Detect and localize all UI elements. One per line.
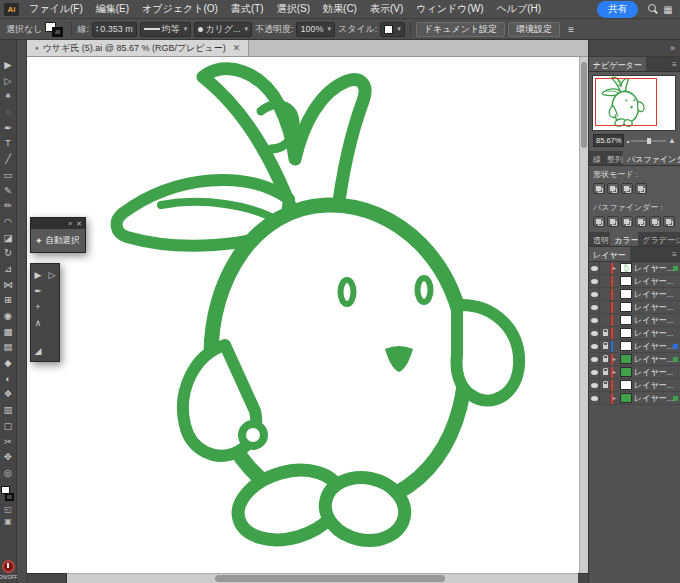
- zoom-slider-thumb[interactable]: [647, 138, 651, 144]
- auto-select-panel-titlebar[interactable]: » ✕: [31, 218, 85, 229]
- app-icon[interactable]: Ai: [4, 3, 19, 16]
- rotate-tool[interactable]: ↻: [0, 245, 16, 261]
- layer-name[interactable]: レイヤー...: [634, 315, 673, 326]
- menu-edit[interactable]: 編集(E): [90, 2, 135, 16]
- add-anchor-point-tool[interactable]: +: [31, 299, 45, 315]
- lock-toggle[interactable]: [600, 301, 611, 314]
- expand-caret-icon[interactable]: ▸: [613, 262, 618, 275]
- tab-pathfinder[interactable]: パスファインダー: [623, 151, 680, 165]
- layer-thumbnail[interactable]: [620, 380, 632, 390]
- hand-tool[interactable]: ✥: [0, 449, 16, 465]
- menu-help[interactable]: ヘルプ(H): [491, 2, 548, 16]
- eyedropper-tool[interactable]: ◆: [0, 355, 16, 371]
- layer-row[interactable]: レイヤー...: [589, 314, 680, 327]
- document-setup-button[interactable]: ドキュメント設定: [416, 22, 505, 37]
- layer-row[interactable]: レイヤー...: [589, 288, 680, 301]
- fill-stroke-swatches[interactable]: [45, 21, 66, 38]
- stroke-weight-value[interactable]: 0.353 m: [100, 24, 133, 34]
- opacity-field[interactable]: 100% ▾: [296, 22, 335, 37]
- preferences-button[interactable]: 環境設定: [508, 22, 560, 37]
- visibility-toggle[interactable]: [589, 314, 600, 327]
- layer-name[interactable]: レイヤー...: [634, 341, 673, 352]
- layer-name[interactable]: レイヤー...: [634, 328, 673, 339]
- trim-button[interactable]: [607, 216, 619, 227]
- layer-thumbnail[interactable]: [620, 341, 632, 351]
- pen-tool[interactable]: ✒: [31, 283, 45, 299]
- vertical-scrollbar-thumb[interactable]: [581, 62, 587, 148]
- type-tool[interactable]: T: [0, 135, 16, 151]
- menu-select[interactable]: 選択(S): [271, 2, 316, 16]
- layer-name[interactable]: レイヤー...: [634, 393, 673, 404]
- lock-toggle[interactable]: [600, 288, 611, 301]
- layer-row[interactable]: レイヤー...: [589, 301, 680, 314]
- tab-stroke[interactable]: 線: [589, 151, 603, 165]
- lock-toggle[interactable]: [600, 392, 611, 405]
- panel-menu-icon[interactable]: ≡: [563, 24, 579, 35]
- shape-builder-tool[interactable]: ◉: [0, 308, 16, 324]
- fill-stroke-indicator[interactable]: [1, 486, 15, 504]
- visibility-toggle[interactable]: [589, 301, 600, 314]
- visibility-toggle[interactable]: [589, 353, 600, 366]
- corner-widget-tool[interactable]: ◢: [31, 343, 45, 359]
- symbol-sprayer-tool[interactable]: ❖: [0, 386, 16, 402]
- merge-button[interactable]: [621, 216, 633, 227]
- tab-layers[interactable]: レイヤー: [589, 247, 630, 261]
- layer-name[interactable]: レイヤー...: [634, 289, 673, 300]
- layer-thumbnail[interactable]: [620, 289, 632, 299]
- close-icon[interactable]: ✕: [233, 43, 241, 53]
- menu-file[interactable]: ファイル(F): [23, 2, 89, 16]
- navigator-zoom-slider[interactable]: [631, 140, 666, 142]
- navigator-zoom-field[interactable]: 85.67%: [593, 134, 624, 147]
- menu-object[interactable]: オブジェクト(O): [136, 2, 224, 16]
- curvature-tool[interactable]: ◠: [0, 214, 16, 230]
- convert-anchor-point-tool[interactable]: ∧: [31, 315, 45, 331]
- stroke-weight-field[interactable]: ▴▾ 0.353 m: [92, 22, 137, 37]
- lock-toggle[interactable]: [600, 366, 611, 379]
- layer-name[interactable]: レイヤー...: [634, 354, 673, 365]
- minus-back-button[interactable]: [663, 216, 675, 227]
- search-icon[interactable]: [645, 2, 659, 16]
- layer-thumbnail[interactable]: [620, 302, 632, 312]
- visibility-toggle[interactable]: [589, 379, 600, 392]
- layer-thumbnail[interactable]: [620, 315, 632, 325]
- zoom-tool[interactable]: ◎: [0, 465, 16, 481]
- direct-selection-tool[interactable]: ▷: [0, 73, 16, 89]
- auto-select-panel[interactable]: » ✕ ✦ 自動選択: [30, 217, 86, 253]
- layer-row[interactable]: ▸ レイヤー...: [589, 366, 680, 379]
- expand-caret-icon[interactable]: ▸: [613, 353, 618, 366]
- stroke-profile-dropdown[interactable]: 均等 ▾: [140, 22, 192, 37]
- menu-view[interactable]: 表示(V): [364, 2, 409, 16]
- paintbrush-tool[interactable]: ✎: [0, 183, 16, 199]
- layer-row[interactable]: レイヤー...: [589, 327, 680, 340]
- outline-button[interactable]: [649, 216, 661, 227]
- lock-toggle[interactable]: [600, 314, 611, 327]
- layer-row[interactable]: レイヤー...: [589, 340, 680, 353]
- navigator-proxy-view-rect[interactable]: [595, 78, 657, 126]
- workspace-switcher-icon[interactable]: ▦: [660, 4, 676, 15]
- document-tab[interactable]: ● ウサギ氏 (5).ai @ 85.67 % (RGB/プレビュー) ✕: [27, 40, 249, 56]
- screen-mode-icon[interactable]: ▣: [0, 516, 16, 528]
- brush-dropdown[interactable]: カリグ... ▾: [194, 22, 252, 37]
- direct-selection-tool[interactable]: ▷: [45, 267, 59, 283]
- layer-name[interactable]: レイヤー...: [634, 263, 673, 274]
- visibility-toggle[interactable]: [589, 288, 600, 301]
- magic-wand-tool[interactable]: ✶: [0, 88, 16, 104]
- layer-thumbnail[interactable]: [620, 263, 632, 273]
- layer-thumbnail[interactable]: [620, 393, 632, 403]
- visibility-toggle[interactable]: [589, 275, 600, 288]
- lock-toggle[interactable]: [600, 353, 611, 366]
- intersect-button[interactable]: [621, 183, 633, 194]
- layer-row[interactable]: ▸ レイヤー...: [589, 353, 680, 366]
- artboard-tool[interactable]: ▢: [0, 418, 16, 434]
- scale-tool[interactable]: ⊿: [0, 261, 16, 277]
- gradient-tool[interactable]: ▤: [0, 339, 16, 355]
- free-transform-tool[interactable]: ⊞: [0, 292, 16, 308]
- style-dropdown[interactable]: ▾: [380, 22, 405, 37]
- vertical-scrollbar[interactable]: [579, 57, 588, 573]
- lock-toggle[interactable]: [600, 275, 611, 288]
- layer-thumbnail[interactable]: [620, 276, 632, 286]
- lasso-tool[interactable]: ◌: [0, 104, 16, 120]
- stroke-weight-stepper[interactable]: ▴▾: [96, 25, 98, 34]
- minus-front-button[interactable]: [607, 183, 619, 194]
- pencil-tool[interactable]: ✏: [0, 198, 16, 214]
